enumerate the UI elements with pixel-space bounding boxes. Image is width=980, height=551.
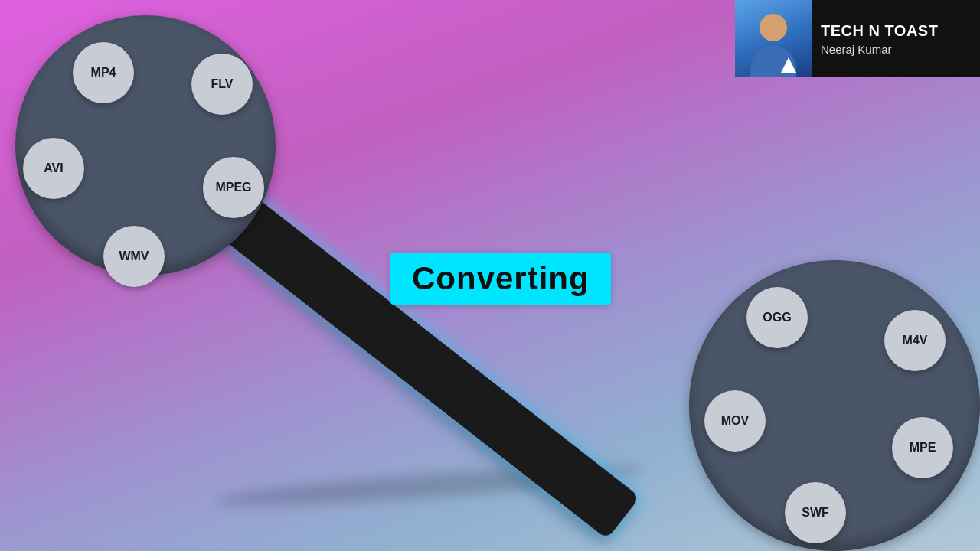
format-badge-swf: SWF <box>785 482 846 543</box>
channel-host: Neeraj Kumar <box>821 43 971 56</box>
channel-watermark: TECH N TOAST Neeraj Kumar <box>735 0 980 77</box>
format-badge-ogg: OGG <box>746 287 808 348</box>
format-badge-m4v: M4V <box>884 310 946 371</box>
format-badge-flv: FLV <box>191 54 253 115</box>
format-badge-mp4: MP4 <box>73 42 134 103</box>
format-badge-mov: MOV <box>704 390 766 452</box>
converting-label: Converting <box>390 253 611 305</box>
avatar-body <box>750 46 796 77</box>
format-badge-mpe: MPE <box>892 417 953 478</box>
channel-info: TECH N TOAST Neeraj Kumar <box>812 15 980 62</box>
format-badge-mpeg: MPEG <box>203 157 264 218</box>
avatar-shirt-collar <box>781 57 796 73</box>
format-badge-wmv: WMV <box>103 226 165 287</box>
channel-avatar <box>735 0 812 77</box>
avatar-head <box>760 14 787 41</box>
avatar-person <box>735 0 812 77</box>
format-badge-avi: AVI <box>23 138 84 199</box>
channel-name: TECH N TOAST <box>821 21 971 40</box>
